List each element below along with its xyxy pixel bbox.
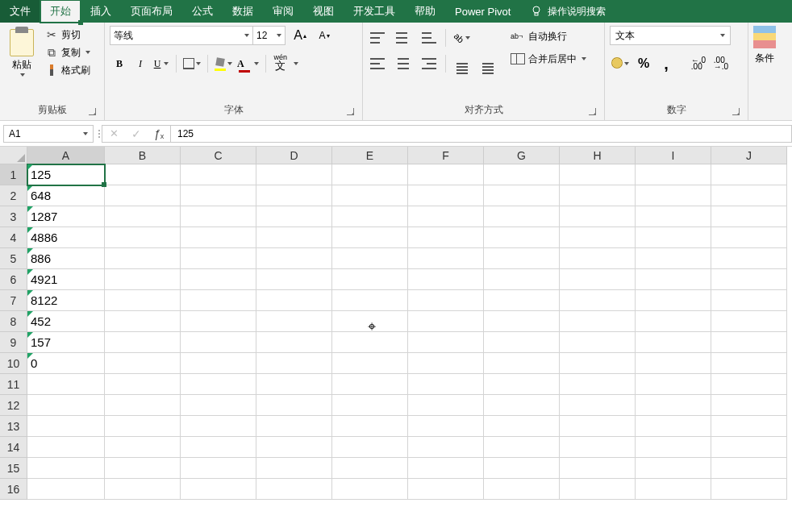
row-header-14[interactable]: 14 [0, 437, 27, 458]
cell-G6[interactable] [484, 269, 560, 290]
cell-C5[interactable] [181, 248, 256, 269]
cell-F13[interactable] [408, 416, 484, 437]
fill-color-button[interactable] [213, 55, 234, 73]
cell-G4[interactable] [484, 227, 560, 248]
conditional-formatting-icon[interactable] [753, 26, 776, 48]
cell-D14[interactable] [256, 437, 332, 458]
cell-F5[interactable] [408, 248, 484, 269]
cell-A12[interactable] [27, 395, 105, 416]
cell-H7[interactable] [560, 290, 636, 311]
insert-function-button[interactable] [148, 126, 170, 142]
dialog-launcher[interactable] [87, 106, 98, 117]
cell-A2[interactable]: 648 [27, 185, 105, 206]
cell-F15[interactable] [408, 458, 484, 479]
tab-view[interactable]: 视图 [303, 0, 344, 23]
cell-E2[interactable] [332, 185, 408, 206]
cell-A11[interactable] [27, 374, 105, 395]
cell-B15[interactable] [105, 458, 181, 479]
cell-F11[interactable] [408, 374, 484, 395]
align-middle-button[interactable] [394, 29, 413, 47]
row-header-15[interactable]: 15 [0, 458, 27, 479]
tab-developer[interactable]: 开发工具 [344, 0, 405, 23]
cell-E6[interactable] [332, 269, 408, 290]
font-color-button[interactable] [236, 55, 261, 73]
accounting-format-button[interactable] [610, 55, 631, 73]
cell-A16[interactable] [27, 479, 105, 500]
cell-E8[interactable] [332, 311, 408, 332]
cell-D15[interactable] [256, 458, 332, 479]
cell-H16[interactable] [560, 479, 636, 500]
row-header-7[interactable]: 7 [0, 290, 27, 311]
cell-C15[interactable] [181, 458, 256, 479]
cell-F8[interactable] [408, 311, 484, 332]
cell-B4[interactable] [105, 227, 181, 248]
border-button[interactable] [181, 55, 202, 73]
row-header-12[interactable]: 12 [0, 395, 27, 416]
cell-G2[interactable] [484, 185, 560, 206]
cells-area[interactable]: 12564812874886886492181224521570 [27, 164, 787, 500]
cell-D6[interactable] [256, 269, 332, 290]
cell-H14[interactable] [560, 437, 636, 458]
cell-C16[interactable] [181, 479, 256, 500]
cell-J16[interactable] [711, 479, 787, 500]
cell-D8[interactable] [256, 311, 332, 332]
cell-A9[interactable]: 157 [27, 332, 105, 353]
cell-G8[interactable] [484, 311, 560, 332]
tab-insert[interactable]: 插入 [81, 0, 121, 23]
tab-formulas[interactable]: 公式 [182, 0, 223, 23]
cell-J10[interactable] [711, 353, 787, 374]
cell-J4[interactable] [711, 227, 787, 248]
cell-A15[interactable] [27, 458, 105, 479]
cell-I14[interactable] [636, 437, 711, 458]
cell-C2[interactable] [181, 185, 256, 206]
phonetic-guide-button[interactable] [271, 55, 290, 73]
cut-button[interactable]: 剪切 [42, 26, 94, 44]
cell-D10[interactable] [256, 353, 332, 374]
number-format-select[interactable]: 文本 [610, 26, 731, 45]
cell-C9[interactable] [181, 332, 256, 353]
cell-B6[interactable] [105, 269, 181, 290]
format-painter-button[interactable]: 格式刷 [42, 61, 94, 79]
cell-B11[interactable] [105, 374, 181, 395]
column-header-J[interactable]: J [711, 147, 787, 164]
cell-C6[interactable] [181, 269, 256, 290]
cell-B5[interactable] [105, 248, 181, 269]
cell-F4[interactable] [408, 227, 484, 248]
row-header-4[interactable]: 4 [0, 227, 27, 248]
cell-G5[interactable] [484, 248, 560, 269]
cell-I13[interactable] [636, 416, 711, 437]
cell-G9[interactable] [484, 332, 560, 353]
cell-H1[interactable] [560, 164, 636, 185]
cell-I11[interactable] [636, 374, 711, 395]
cell-J1[interactable] [711, 164, 787, 185]
cell-F6[interactable] [408, 269, 484, 290]
align-center-button[interactable] [394, 55, 413, 73]
cell-G15[interactable] [484, 458, 560, 479]
comma-format-button[interactable] [657, 55, 676, 73]
row-header-6[interactable]: 6 [0, 269, 27, 290]
cell-F16[interactable] [408, 479, 484, 500]
cell-B9[interactable] [105, 332, 181, 353]
row-header-13[interactable]: 13 [0, 416, 27, 437]
cell-C1[interactable] [181, 164, 256, 185]
cell-G11[interactable] [484, 374, 560, 395]
decrease-indent-button[interactable] [452, 55, 472, 73]
tab-review[interactable]: 审阅 [263, 0, 303, 23]
column-header-C[interactable]: C [181, 147, 256, 164]
cell-E3[interactable] [332, 206, 408, 227]
cell-F1[interactable] [408, 164, 484, 185]
column-header-E[interactable]: E [332, 147, 408, 164]
row-header-3[interactable]: 3 [0, 206, 27, 227]
name-box[interactable]: A1 [3, 125, 94, 143]
underline-button[interactable] [152, 55, 171, 73]
cell-F2[interactable] [408, 185, 484, 206]
decrease-decimal-button[interactable]: .00→.0 [711, 55, 731, 73]
cell-G7[interactable] [484, 290, 560, 311]
cell-B2[interactable] [105, 185, 181, 206]
tab-page-layout[interactable]: 页面布局 [121, 0, 182, 23]
cell-A14[interactable] [27, 437, 105, 458]
cell-F12[interactable] [408, 395, 484, 416]
column-header-D[interactable]: D [256, 147, 332, 164]
cell-B1[interactable] [105, 164, 181, 185]
cell-C8[interactable] [181, 311, 256, 332]
